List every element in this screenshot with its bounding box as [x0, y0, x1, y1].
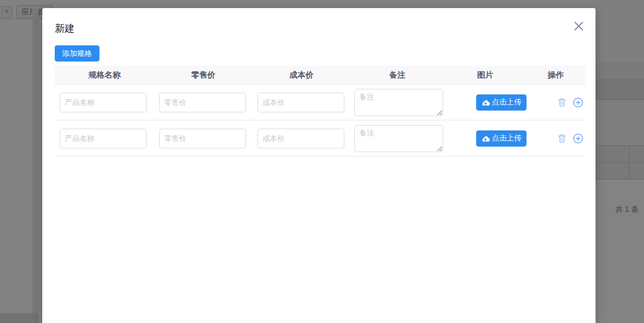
spec-name-input[interactable]: [60, 93, 147, 112]
cloud-upload-icon: [481, 135, 490, 142]
close-icon: [573, 20, 584, 34]
column-header-remark: 备注: [351, 70, 444, 81]
remark-cell: [351, 89, 444, 116]
spec-name-cell: [55, 129, 154, 148]
background-panel-edge: [32, 9, 39, 323]
cloud-upload-icon: [481, 99, 490, 106]
background-tab-close: ×: [1, 6, 12, 18]
delete-row-button[interactable]: [556, 96, 568, 109]
delete-row-button[interactable]: [556, 132, 568, 145]
remark-textarea[interactable]: [354, 125, 443, 152]
cost-price-cell: [252, 129, 351, 148]
spec-name-input[interactable]: [60, 129, 147, 148]
background-footer-strip: [0, 313, 39, 323]
new-spec-modal: 新建 添加规格 规格名称 零售价 成本价 备注 图片 操作: [42, 8, 596, 323]
background-footer-area: [596, 180, 644, 323]
actions-cell: [527, 132, 585, 145]
add-row-button[interactable]: [572, 96, 584, 109]
spec-name-cell: [55, 93, 154, 112]
modal-title: 新建: [55, 22, 75, 35]
add-row-button[interactable]: [572, 132, 584, 145]
plus-circle-icon: [573, 133, 584, 144]
plus-circle-icon: [573, 97, 584, 108]
remark-textarea[interactable]: [354, 89, 443, 116]
spec-table: 规格名称 零售价 成本价 备注 图片 操作: [55, 66, 585, 157]
spec-table-header-row: 规格名称 零售价 成本价 备注 图片 操作: [55, 66, 585, 84]
retail-price-input[interactable]: [159, 93, 246, 112]
modal-close-button[interactable]: [571, 19, 587, 35]
actions-cell: [527, 96, 585, 109]
background-table-column-divider: [629, 145, 630, 180]
add-spec-button[interactable]: 添加规格: [55, 45, 99, 61]
background-table-row: [596, 145, 644, 162]
upload-button-label: 点击上传: [492, 97, 522, 107]
cost-price-input[interactable]: [257, 93, 344, 112]
column-header-actions: 操作: [527, 70, 585, 81]
tab-close-icon: ×: [5, 8, 9, 15]
background-table-body: [596, 100, 644, 145]
column-header-cost-price: 成本价: [252, 70, 351, 81]
background-right-panel: 共 1 条: [596, 0, 644, 323]
trash-icon: [556, 97, 568, 108]
background-toolbar: [596, 62, 644, 79]
spec-row: 点击上传: [55, 121, 585, 157]
upload-button[interactable]: 点击上传: [476, 94, 527, 111]
column-header-retail-price: 零售价: [154, 70, 252, 81]
cost-price-input[interactable]: [257, 129, 344, 148]
retail-price-cell: [154, 129, 252, 148]
cost-price-cell: [252, 93, 351, 112]
trash-icon: [556, 133, 568, 144]
upload-button[interactable]: 点击上传: [476, 130, 527, 147]
retail-price-cell: [154, 93, 252, 112]
column-header-image: 图片: [444, 70, 527, 81]
upload-button-label: 点击上传: [492, 133, 522, 143]
column-header-spec-name: 规格名称: [55, 70, 154, 81]
remark-cell: [351, 125, 444, 152]
retail-price-input[interactable]: [159, 129, 246, 148]
background-table-row: [596, 162, 644, 180]
spec-row: 点击上传: [55, 84, 585, 121]
image-cell: 点击上传: [444, 94, 527, 111]
background-table-header: [596, 79, 644, 100]
image-cell: 点击上传: [444, 130, 527, 147]
pagination-total-text: 共 1 条: [615, 204, 644, 215]
